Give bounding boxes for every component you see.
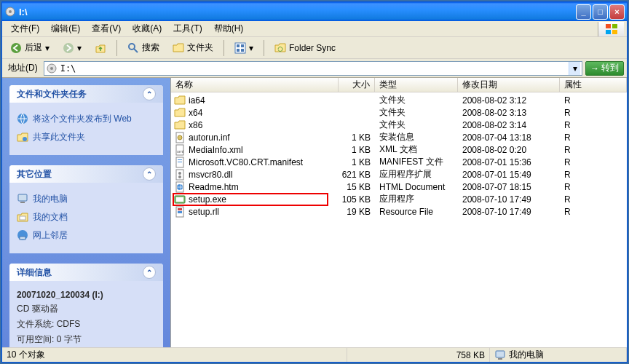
file-row[interactable]: Readme.htm15 KBHTML Document2008-07-07 1… bbox=[171, 181, 627, 193]
file-row[interactable]: autorun.inf1 KB安装信息2008-07-04 13:18R bbox=[171, 131, 627, 143]
menu-help[interactable]: 帮助(H) bbox=[208, 21, 250, 36]
svg-rect-23 bbox=[20, 237, 25, 240]
menu-view[interactable]: 查看(V) bbox=[86, 21, 127, 36]
file-date: 2008-07-01 15:49 bbox=[458, 170, 560, 180]
file-name: setup.rll bbox=[189, 207, 219, 217]
svg-rect-4 bbox=[606, 30, 611, 34]
panel-other-header[interactable]: 其它位置 ⌃ bbox=[9, 165, 163, 183]
svg-point-33 bbox=[178, 175, 181, 178]
file-size: 19 KB bbox=[339, 207, 375, 217]
file-row[interactable]: setup.rll19 KBResource File2008-07-10 17… bbox=[171, 205, 627, 218]
minimize-button[interactable]: _ bbox=[576, 4, 591, 20]
back-button[interactable]: 后退 ▾ bbox=[5, 39, 55, 57]
menu-file[interactable]: 文件(F) bbox=[5, 21, 45, 36]
search-button[interactable]: 搜索 bbox=[122, 39, 165, 57]
file-date: 2008-07-10 17:49 bbox=[458, 207, 560, 217]
close-button[interactable]: × bbox=[609, 4, 625, 20]
publish-icon bbox=[17, 113, 28, 124]
mycomputer-icon bbox=[494, 349, 506, 361]
svg-rect-13 bbox=[237, 49, 240, 52]
file-row[interactable]: xmlMediaInfo.xml1 KBXML 文档2008-08-02 0:2… bbox=[171, 143, 627, 156]
drive-icon bbox=[46, 63, 58, 74]
file-row[interactable]: Microsoft.VC80.CRT.manifest1 KBMANIFEST … bbox=[171, 156, 627, 168]
col-size[interactable]: 大小 bbox=[339, 78, 375, 92]
panel-other-title: 其它位置 bbox=[17, 168, 52, 181]
sidebar-item-mycomputer[interactable]: 我的电脑 bbox=[17, 190, 156, 208]
forward-icon bbox=[63, 42, 74, 54]
file-row[interactable]: setup.exe105 KB应用程序2008-07-10 17:49R bbox=[171, 193, 627, 205]
up-button[interactable] bbox=[90, 39, 111, 57]
status-size: 758 KB bbox=[347, 348, 490, 362]
file-name: msvcr80.dll bbox=[189, 170, 233, 180]
chevron-down-icon: ▾ bbox=[249, 43, 253, 53]
file-size: 1 KB bbox=[339, 157, 375, 167]
file-attr: R bbox=[560, 108, 627, 118]
htm-icon bbox=[174, 181, 186, 193]
panel-tasks: 文件和文件夹任务 ⌃ 将这个文件夹发布到 Web 共享此文件夹 bbox=[9, 85, 163, 155]
sidebar-item-share[interactable]: 共享此文件夹 bbox=[17, 128, 156, 146]
svg-rect-40 bbox=[178, 211, 182, 213]
svg-point-1 bbox=[9, 10, 12, 13]
col-name[interactable]: 名称 bbox=[171, 78, 339, 92]
file-size: 1 KB bbox=[339, 145, 375, 155]
file-row[interactable]: ia64文件夹2008-08-02 3:12R bbox=[171, 94, 627, 106]
address-text: I:\ bbox=[60, 63, 569, 74]
file-date: 2008-08-02 3:13 bbox=[458, 108, 560, 118]
forward-button[interactable]: ▾ bbox=[58, 39, 87, 57]
folder-sync-label: Folder Sync bbox=[289, 43, 336, 53]
svg-rect-20 bbox=[20, 202, 25, 203]
svg-point-18 bbox=[23, 137, 27, 141]
file-name: x86 bbox=[189, 120, 202, 130]
address-label: 地址(D) bbox=[5, 62, 41, 74]
svg-point-6 bbox=[11, 43, 21, 53]
menu-favorites[interactable]: 收藏(A) bbox=[127, 21, 167, 36]
window-title: I:\ bbox=[19, 7, 576, 17]
menubar: 文件(F) 编辑(E) 查看(V) 收藏(A) 工具(T) 帮助(H) bbox=[2, 21, 627, 37]
folder-icon bbox=[174, 119, 186, 131]
views-button[interactable]: ▾ bbox=[229, 39, 258, 57]
file-name: setup.exe bbox=[189, 194, 226, 205]
file-type: HTML Document bbox=[375, 182, 458, 192]
folder-sync-button[interactable]: Folder Sync bbox=[269, 39, 341, 57]
sidebar-item-mydocs[interactable]: 我的文档 bbox=[17, 208, 156, 226]
svg-rect-19 bbox=[18, 194, 27, 201]
xml-icon: xml bbox=[174, 144, 186, 156]
col-type[interactable]: 类型 bbox=[375, 78, 458, 92]
file-row[interactable]: x64文件夹2008-08-02 3:13R bbox=[171, 106, 627, 119]
file-attr: R bbox=[560, 182, 627, 192]
go-label: 转到 bbox=[601, 62, 619, 74]
folders-button[interactable]: 文件夹 bbox=[167, 39, 218, 57]
svg-rect-21 bbox=[20, 216, 25, 220]
sidebar-item-publish[interactable]: 将这个文件夹发布到 Web bbox=[17, 110, 156, 128]
svg-text:xml: xml bbox=[177, 149, 183, 154]
sync-icon bbox=[274, 42, 286, 54]
file-name: ia64 bbox=[189, 95, 205, 106]
menu-edit[interactable]: 编辑(E) bbox=[45, 21, 86, 36]
file-type: MANIFEST 文件 bbox=[375, 156, 458, 168]
file-date: 2008-07-07 18:15 bbox=[458, 182, 560, 192]
svg-rect-3 bbox=[612, 24, 617, 28]
detail-volume: 20071020_120034 (I:) bbox=[17, 288, 156, 301]
file-date: 2008-08-02 3:12 bbox=[458, 95, 560, 106]
file-attr: R bbox=[560, 207, 627, 217]
file-type: XML 文档 bbox=[375, 143, 458, 156]
col-attr[interactable]: 属性 bbox=[560, 78, 627, 92]
sidebar: 文件和文件夹任务 ⌃ 将这个文件夹发布到 Web 共享此文件夹 其它位 bbox=[2, 78, 171, 347]
sidebar-item-label: 我的电脑 bbox=[33, 193, 68, 205]
maximize-button[interactable]: □ bbox=[593, 4, 608, 20]
share-icon bbox=[17, 131, 28, 143]
address-input[interactable]: I:\ ▾ bbox=[44, 61, 582, 76]
svg-rect-39 bbox=[178, 208, 182, 210]
file-attr: R bbox=[560, 194, 627, 205]
file-row[interactable]: msvcr80.dll621 KB应用程序扩展2008-07-01 15:49R bbox=[171, 168, 627, 181]
panel-tasks-header[interactable]: 文件和文件夹任务 ⌃ bbox=[9, 85, 163, 103]
sidebar-item-network[interactable]: 网上邻居 bbox=[17, 226, 156, 245]
file-row[interactable]: x86文件夹2008-08-02 3:14R bbox=[171, 119, 627, 131]
menu-tools[interactable]: 工具(T) bbox=[167, 21, 207, 36]
panel-details-header[interactable]: 详细信息 ⌃ bbox=[9, 264, 163, 281]
go-button[interactable]: → 转到 bbox=[585, 61, 624, 76]
svg-rect-5 bbox=[612, 30, 617, 34]
col-date[interactable]: 修改日期 bbox=[458, 78, 560, 92]
address-dropdown[interactable]: ▾ bbox=[569, 62, 580, 75]
file-type: 文件夹 bbox=[375, 94, 458, 106]
